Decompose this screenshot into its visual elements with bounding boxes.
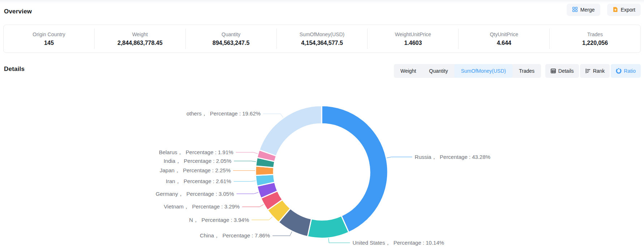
view-tab-ratio[interactable]: Ratio (611, 64, 641, 78)
pie-label-china: China， Percentage : 7.86% (200, 232, 270, 239)
pie-label-iran: Iran， Percentage : 2.61% (166, 178, 231, 184)
stat-trades: Trades1,220,056 (550, 29, 640, 49)
pie-label-others: others， Percentage : 19.62% (186, 110, 261, 117)
stat-weightunitprice: WeightUnitPrice1.4603 (368, 29, 459, 49)
pie-slice-others[interactable] (259, 106, 322, 156)
view-tab-label: Ratio (624, 68, 636, 74)
pie-label-japan: Japan， Percentage : 2.25% (160, 167, 231, 173)
overview-title: Overview (4, 8, 32, 15)
stat-label: Quantity (222, 31, 240, 37)
stat-quantity: Quantity894,563,247.5 (186, 29, 277, 49)
stat-value: 894,563,247.5 (212, 40, 249, 46)
metric-tab-sumofmoney-usd[interactable]: SumOfMoney(USD) (454, 64, 512, 78)
stat-value: 4.644 (497, 40, 511, 46)
view-tab-details[interactable]: Details (545, 64, 579, 78)
stat-label: WeightUnitPrice (395, 31, 431, 37)
stat-value: 145 (44, 40, 54, 46)
view-tab-rank[interactable]: Rank (580, 64, 610, 78)
pie-label-india: India， Percentage : 2.05% (164, 158, 232, 164)
export-button-label: Export (621, 7, 635, 13)
pie-label-n: N， Percentage : 3.94% (189, 217, 249, 223)
stat-label: Trades (587, 31, 603, 37)
pie-label-russia: Russia， Percentage : 43.28% (415, 154, 490, 160)
pie-label-vietnam: Vietnam， Percentage : 3.29% (164, 203, 240, 210)
label-line-others (263, 114, 283, 118)
stat-sumofmoney-usd: SumOfMoney(USD)4,154,364,577.5 (277, 29, 368, 49)
pie-label-belarus: Belarus， Percentage : 1.91% (159, 149, 233, 155)
metric-tab-weight[interactable]: Weight (394, 64, 422, 78)
label-line-iran (234, 181, 256, 182)
table-icon (550, 68, 556, 74)
stat-origin-country: Origin Country145 (4, 29, 95, 49)
metric-tab-trades[interactable]: Trades (512, 64, 541, 78)
details-title: Details (4, 66, 25, 73)
stat-weight: Weight2,844,863,778.45 (95, 29, 186, 49)
rank-bars-icon (585, 68, 591, 74)
pie-slice-russia[interactable] (322, 106, 388, 232)
stat-qtyunitprice: QtyUnitPrice4.644 (459, 29, 550, 49)
label-line-united-states (329, 238, 350, 243)
label-line-russia (387, 157, 412, 158)
label-line-n (252, 217, 272, 220)
donut-icon (616, 68, 622, 74)
ratio-donut-chart: Russia， Percentage : 43.28%United States… (0, 79, 644, 249)
stat-label: QtyUnitPrice (490, 31, 518, 37)
merge-grid-icon (572, 7, 578, 13)
label-line-belarus (236, 152, 258, 154)
stat-value: 4,154,364,577.5 (301, 40, 343, 46)
stat-value: 1,220,056 (582, 40, 608, 46)
metric-tab-group: WeightQuantitySumOfMoney(USD)Trades (394, 64, 541, 78)
stat-label: Weight (132, 31, 148, 37)
label-line-china (272, 232, 292, 236)
label-line-vietnam (242, 204, 263, 207)
toolbar: Merge Export (567, 4, 641, 16)
label-line-india (234, 161, 256, 162)
stat-label: Origin Country (33, 31, 65, 37)
pie-label-germany: Germany， Percentage : 3.05% (156, 191, 234, 197)
label-line-germany (237, 193, 258, 194)
export-file-icon (613, 7, 618, 13)
view-tab-label: Details (558, 68, 574, 74)
merge-button[interactable]: Merge (567, 4, 600, 16)
stat-value: 2,844,863,778.45 (117, 40, 163, 46)
stat-label: SumOfMoney(USD) (300, 31, 344, 37)
overview-stats-card: Origin Country145Weight2,844,863,778.45Q… (3, 25, 641, 53)
pie-slice-united-states[interactable] (308, 216, 349, 238)
pie-label-united-states: United States， Percentage : 10.14% (352, 240, 444, 246)
top-strip (0, 0, 644, 4)
metric-tab-quantity[interactable]: Quantity (422, 64, 454, 78)
stat-value: 1.4603 (404, 40, 422, 46)
merge-button-label: Merge (580, 7, 595, 13)
view-tab-group: DetailsRankRatio (545, 64, 641, 78)
view-tab-label: Rank (593, 68, 605, 74)
export-button[interactable]: Export (607, 4, 641, 16)
